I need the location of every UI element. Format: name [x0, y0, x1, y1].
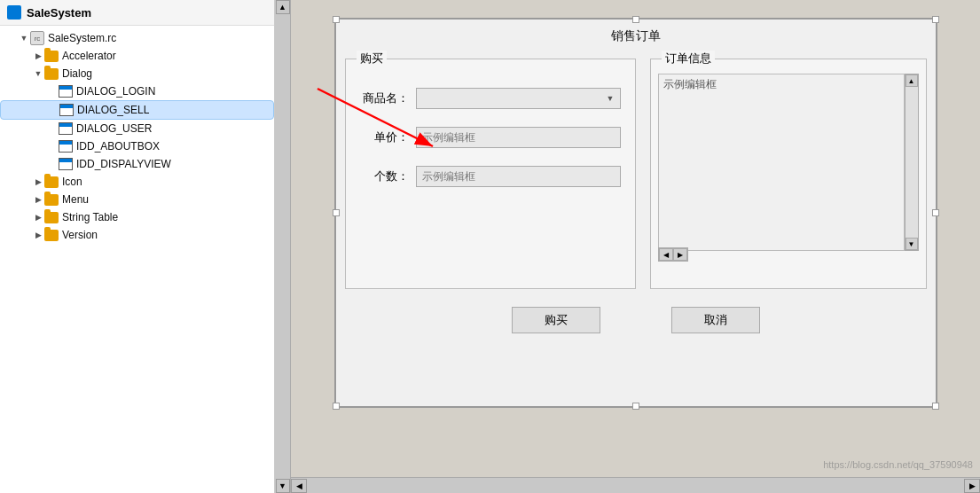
dialog-window: 销售订单 购买 商品名： ▼ 单价：: [334, 18, 937, 408]
idd-aboutbox-icon: [59, 139, 73, 153]
product-label: 商品名：: [360, 90, 409, 106]
arrow-salesystemrc: [18, 32, 30, 44]
folder-icon-icon: [44, 175, 59, 189]
icon-label: Icon: [62, 176, 82, 188]
resize-handle-tr[interactable]: [932, 16, 939, 23]
folder-version-icon: [44, 228, 59, 242]
scroll-down-btn[interactable]: ▼: [276, 479, 290, 493]
dialog-body: 购买 商品名： ▼ 单价：: [345, 59, 927, 289]
tree-item-salesystemrc[interactable]: rc SaleSystem.rc: [0, 29, 274, 47]
tree-item-accelerator[interactable]: Accelerator: [0, 47, 274, 65]
resize-handle-br[interactable]: [932, 403, 939, 410]
vscroll-down-btn[interactable]: ▼: [906, 238, 918, 250]
price-label: 单价：: [360, 129, 409, 145]
tree-item-idd-displayview[interactable]: IDD_DISPALYVIEW: [0, 155, 274, 173]
cancel-button[interactable]: 取消: [671, 307, 760, 333]
dropdown-arrow-icon: ▼: [607, 94, 615, 103]
buy-button[interactable]: 购买: [512, 307, 600, 333]
product-select[interactable]: ▼: [416, 88, 621, 109]
bottom-hscrollbar: ◀ ▶: [291, 477, 980, 493]
accelerator-label: Accelerator: [62, 50, 116, 62]
rc-file-icon: rc: [30, 31, 44, 45]
tree-item-dialog-user[interactable]: DIALOG_USER: [0, 120, 274, 137]
folder-dialog-icon: [44, 67, 59, 81]
quantity-row: 个数：: [360, 166, 621, 187]
folder-accelerator-icon: [44, 49, 59, 63]
order-hscrollbar: ◀ ▶: [658, 247, 688, 262]
folder-menu-icon: [44, 192, 59, 207]
tree-item-version[interactable]: Version: [0, 226, 274, 244]
purchase-section-label: 购买: [357, 51, 387, 67]
tree-item-icon[interactable]: Icon: [0, 173, 274, 191]
quantity-label: 个数：: [360, 168, 409, 184]
order-vscrollbar: ▲ ▼: [905, 74, 919, 251]
hscroll-left-btn[interactable]: ◀: [659, 248, 673, 261]
dialog-buttons: 购买 取消: [345, 307, 927, 333]
idd-aboutbox-label: IDD_ABOUTBOX: [76, 140, 160, 153]
quantity-input[interactable]: [416, 166, 621, 187]
dialog-folder-label: Dialog: [62, 67, 92, 80]
hscroll-left-btn-bottom[interactable]: ◀: [291, 479, 307, 493]
price-row: 单价：: [360, 127, 621, 148]
resize-handle-tm[interactable]: [632, 16, 639, 23]
vscroll-up-btn[interactable]: ▲: [906, 74, 918, 87]
purchase-section: 购买 商品名： ▼ 单价：: [345, 59, 636, 289]
dialog-sell-icon: [59, 103, 74, 117]
dialog-canvas: 销售订单 购买 商品名： ▼ 单价：: [291, 0, 980, 493]
arrow-string-table: [32, 211, 44, 223]
folder-string-table-icon: [44, 210, 59, 224]
dialog-login-icon: [59, 84, 73, 98]
tree-item-idd-aboutbox[interactable]: IDD_ABOUTBOX: [0, 137, 274, 155]
arrow-accelerator: [32, 50, 44, 62]
arrow-menu: [32, 193, 44, 206]
tree-item-dialog-sell[interactable]: DIALOG_SELL: [0, 100, 274, 120]
hscroll-right-btn[interactable]: ▶: [673, 248, 687, 261]
menu-label: Menu: [62, 193, 89, 206]
price-input[interactable]: [416, 127, 621, 148]
arrow-icon: [32, 176, 44, 188]
dialog-login-label: DIALOG_LOGIN: [76, 85, 155, 98]
order-section-label: 订单信息: [662, 51, 715, 67]
resize-handle-lm[interactable]: [333, 209, 340, 216]
dialog-user-label: DIALOG_USER: [76, 122, 152, 135]
hscroll-right-btn-bottom[interactable]: ▶: [964, 479, 980, 493]
tree-item-dialog-login[interactable]: DIALOG_LOGIN: [0, 82, 274, 100]
resize-handle-bl[interactable]: [333, 403, 340, 410]
scroll-up-btn[interactable]: ▲: [276, 0, 290, 14]
string-table-label: String Table: [62, 211, 118, 223]
app-title: SaleSystem: [27, 6, 91, 20]
dialog-title: 销售订单: [345, 28, 927, 44]
sidebar: SaleSystem rc SaleSystem.rc Accelerator …: [0, 0, 275, 493]
order-textarea[interactable]: [658, 74, 905, 251]
tree-item-dialog[interactable]: Dialog: [0, 65, 274, 82]
arrow-dialog: [32, 67, 44, 80]
main-wrapper: ▲ ▼ 销售订单: [275, 0, 980, 493]
resize-handle-bm[interactable]: [632, 403, 639, 410]
tree-item-string-table[interactable]: String Table: [0, 208, 274, 226]
dialog-user-icon: [59, 121, 73, 136]
idd-displayview-icon: [59, 157, 73, 171]
arrow-version: [32, 229, 44, 241]
order-section: 订单信息 示例编辑框 ▲ ▼ ◀: [650, 59, 927, 289]
sidebar-header: SaleSystem: [0, 0, 274, 26]
version-label: Version: [62, 229, 98, 241]
idd-displayview-label: IDD_DISPALYVIEW: [76, 158, 171, 170]
left-scrollbar: ▲ ▼: [275, 0, 291, 493]
resize-handle-tl[interactable]: [333, 16, 340, 23]
dialog-sell-label: DIALOG_SELL: [77, 104, 149, 116]
tree-item-menu[interactable]: Menu: [0, 191, 274, 208]
resize-handle-rm[interactable]: [932, 209, 939, 216]
salesystemrc-label: SaleSystem.rc: [48, 32, 116, 44]
tree-container: rc SaleSystem.rc Accelerator Dialog DIAL…: [0, 26, 274, 493]
watermark: https://blog.csdn.net/qq_37590948: [823, 459, 973, 470]
product-row: 商品名： ▼: [360, 88, 621, 109]
app-icon: [7, 5, 21, 20]
